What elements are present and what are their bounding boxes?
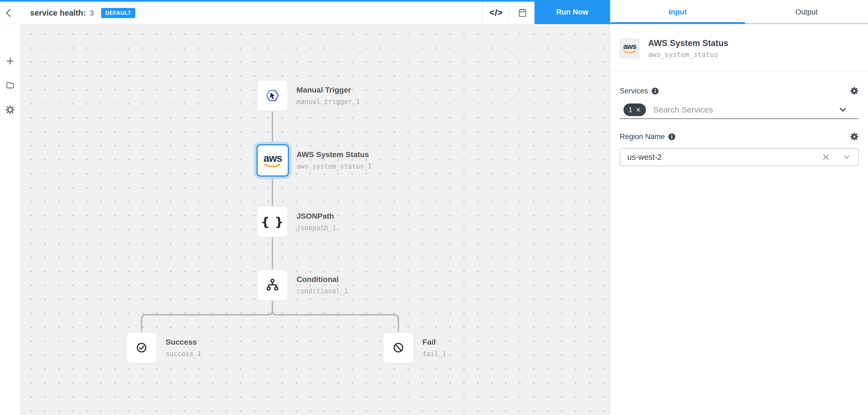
config-panel: Input Output aws AWS System Status aws_s… xyxy=(610,0,868,415)
playbook-title-wrap: service health: 3 DEFAULT xyxy=(30,2,135,24)
node-aws-system-status: aws AWS System Status aws_system_status_… xyxy=(256,144,289,177)
playbook-title: service health: xyxy=(30,8,86,18)
chip-count: 1 xyxy=(628,106,632,114)
aws-swoosh-icon xyxy=(623,51,636,54)
workflow-canvas[interactable]: Manual Trigger manual_trigger_1 aws AWS … xyxy=(21,24,610,415)
node-title: Manual Trigger xyxy=(297,86,360,94)
panel-node-subtitle: aws_system_status xyxy=(648,51,728,59)
panel-tabs: Input Output xyxy=(610,0,868,24)
code-view-button[interactable]: </> xyxy=(487,2,505,24)
node-fail-card[interactable] xyxy=(382,332,414,363)
editor-header: service health: 3 DEFAULT </> Run Now xyxy=(0,2,610,24)
node-label: Manual Trigger manual_trigger_1 xyxy=(297,79,360,111)
services-multiselect[interactable]: 1 xyxy=(620,101,859,119)
node-label: JSONPath jsonpath_1 xyxy=(297,206,336,237)
chevron-down-icon[interactable] xyxy=(843,153,850,161)
node-label: Fail fail_1 xyxy=(423,332,446,363)
add-node-button[interactable] xyxy=(4,55,16,67)
region-field-group: Region Name xyxy=(620,132,859,166)
left-toolbar xyxy=(0,24,21,415)
folder-icon xyxy=(6,81,14,90)
schedule-button[interactable] xyxy=(514,2,531,24)
node-label: AWS System Status aws_system_status_1 xyxy=(297,144,372,176)
region-select[interactable] xyxy=(620,148,859,166)
node-jsonpath: { } JSONPath jsonpath_1 xyxy=(256,206,288,237)
tab-output[interactable]: Output xyxy=(745,0,868,24)
workflow-editor-app: service health: 3 DEFAULT </> Run Now xyxy=(0,0,868,415)
region-label: Region Name xyxy=(620,132,665,141)
aws-logo-icon: aws xyxy=(264,153,282,168)
node-title: Success xyxy=(166,338,201,347)
aws-logo-text: aws xyxy=(623,43,637,51)
node-subtitle: jsonpath_1 xyxy=(297,224,336,232)
chevron-down-icon[interactable] xyxy=(838,105,847,114)
node-jsonpath-card[interactable]: { } xyxy=(256,206,288,237)
services-search-input[interactable] xyxy=(652,105,838,115)
node-subtitle: conditional_1 xyxy=(297,287,348,295)
run-now-button[interactable]: Run Now xyxy=(534,0,610,24)
aws-app-icon: aws xyxy=(620,38,640,59)
panel-node-title: AWS System Status xyxy=(648,38,728,48)
close-icon xyxy=(822,153,830,161)
node-manual-trigger: Manual Trigger manual_trigger_1 xyxy=(256,79,288,111)
node-label: Conditional conditional_1 xyxy=(297,269,348,301)
active-tab-indicator xyxy=(610,22,745,24)
region-input[interactable] xyxy=(627,153,822,162)
info-icon[interactable] xyxy=(668,133,676,140)
clear-button[interactable] xyxy=(822,153,830,161)
check-circle-icon xyxy=(134,340,149,355)
gear-icon xyxy=(6,105,14,115)
node-conditional-card[interactable] xyxy=(256,269,288,301)
divider xyxy=(482,2,483,24)
gear-icon xyxy=(850,87,859,95)
calendar-icon xyxy=(517,8,528,18)
node-success: Success success_1 xyxy=(126,332,157,363)
services-label: Services xyxy=(620,87,648,95)
node-title: Conditional xyxy=(297,275,348,284)
aws-logo-icon: aws xyxy=(623,43,637,54)
braces-icon: { } xyxy=(261,215,284,229)
panel-body: Services 1 Region xyxy=(610,87,868,166)
default-badge: DEFAULT xyxy=(101,8,135,18)
node-subtitle: success_1 xyxy=(166,350,201,358)
plus-icon xyxy=(6,56,14,66)
region-settings-gear-icon[interactable] xyxy=(850,132,859,141)
no-entry-icon xyxy=(391,340,406,355)
panel-node-header: aws AWS System Status aws_system_status xyxy=(610,24,868,71)
settings-button[interactable] xyxy=(4,104,16,116)
divider xyxy=(139,2,140,24)
node-manual-trigger-card[interactable] xyxy=(256,79,288,111)
panel-node-titles: AWS System Status aws_system_status xyxy=(648,38,728,71)
region-label-row: Region Name xyxy=(620,132,859,141)
tab-input[interactable]: Input xyxy=(610,0,745,24)
manual-trigger-icon xyxy=(265,88,280,103)
gear-icon xyxy=(850,132,859,141)
services-label-row: Services xyxy=(620,87,859,95)
node-title: Fail xyxy=(423,338,446,347)
services-settings-gear-icon[interactable] xyxy=(850,87,859,95)
node-title: JSONPath xyxy=(297,212,336,221)
selected-count-chip: 1 xyxy=(623,103,646,116)
back-button[interactable] xyxy=(3,5,15,21)
divider xyxy=(508,2,509,24)
node-fail: Fail fail_1 xyxy=(382,332,414,363)
node-label: Success success_1 xyxy=(166,332,201,363)
services-field-group: Services 1 xyxy=(620,87,859,119)
chip-remove-icon[interactable] xyxy=(636,107,641,113)
aws-logo-text: aws xyxy=(264,153,282,163)
info-icon[interactable] xyxy=(651,87,659,95)
back-chevron-icon xyxy=(5,8,13,18)
code-icon: </> xyxy=(490,8,503,18)
files-button[interactable] xyxy=(4,79,16,91)
node-subtitle: aws_system_status_1 xyxy=(297,163,372,170)
playbook-run-count: 3 xyxy=(90,8,94,18)
branch-icon xyxy=(265,277,280,293)
node-title: AWS System Status xyxy=(297,150,372,159)
node-subtitle: manual_trigger_1 xyxy=(297,98,360,106)
node-subtitle: fail_1 xyxy=(423,350,446,358)
aws-swoosh-icon xyxy=(264,163,281,168)
node-aws-system-status-card[interactable]: aws xyxy=(256,144,289,177)
node-success-card[interactable] xyxy=(126,332,157,363)
node-conditional: Conditional conditional_1 xyxy=(256,269,288,301)
